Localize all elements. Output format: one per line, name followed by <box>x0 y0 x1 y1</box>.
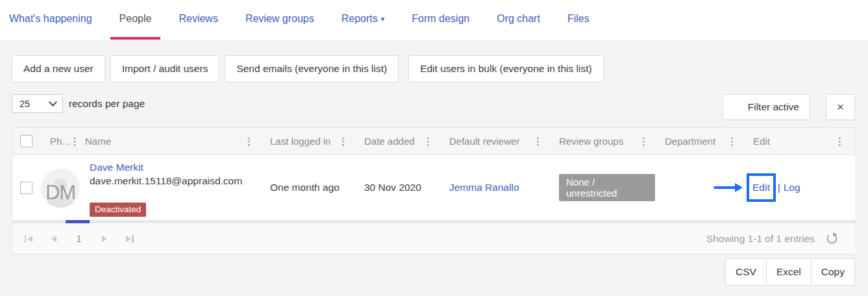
column-menu-icon[interactable]: ⋮ <box>727 136 737 146</box>
user-actions-toolbar: Add a new user Import / audit users Send… <box>12 55 604 82</box>
avatar: DM <box>41 169 80 208</box>
user-email: dave.merkit.15118@appraisd.com <box>90 174 242 188</box>
deactivated-badge: Deactivated <box>90 203 146 217</box>
records-per-page-value: 25 <box>19 99 30 109</box>
column-menu-icon[interactable]: ⋮ <box>639 136 649 146</box>
column-menu-icon[interactable]: ⋮ <box>244 136 254 146</box>
excel-button[interactable]: Excel <box>767 258 812 286</box>
column-header-review-groups: Review groups <box>559 136 623 147</box>
user-name-link[interactable]: Dave Merkit <box>90 160 143 174</box>
first-page-icon <box>27 236 32 242</box>
people-page: What's happening People Reviews Review g… <box>0 0 868 296</box>
annotation-arrow <box>713 183 743 192</box>
page-number-current[interactable]: 1 <box>66 232 92 246</box>
nav-tab-reports[interactable]: Reports▾ <box>341 13 385 26</box>
edit-users-bulk-button[interactable]: Edit users in bulk (everyone in this lis… <box>408 55 603 82</box>
page-number-label: 1 <box>76 233 82 245</box>
records-per-page-label: records per page <box>69 98 145 110</box>
column-header-last-logged-in: Last logged in <box>270 136 330 147</box>
nav-tab-reviews[interactable]: Reviews <box>179 13 217 26</box>
nav-tab-form-design[interactable]: Form design <box>412 13 469 26</box>
first-page-button[interactable] <box>16 232 41 246</box>
date-added-value: 30 Nov 2020 <box>364 182 421 193</box>
copy-button[interactable]: Copy <box>812 258 855 286</box>
showing-entries-text: Showing 1-1 of 1 entries <box>706 233 815 245</box>
column-header-date-added: Date added <box>364 136 415 147</box>
column-header-edit: Edit <box>753 136 770 147</box>
column-header-name: Name <box>85 136 111 147</box>
select-all-checkbox[interactable] <box>20 135 32 147</box>
previous-page-icon <box>51 236 56 242</box>
column-header-department: Department <box>665 136 715 147</box>
send-emails-button[interactable]: Send emails (everyone in this list) <box>225 55 399 82</box>
scrollbar-thumb[interactable] <box>66 220 90 223</box>
add-user-button[interactable]: Add a new user <box>12 55 105 82</box>
caret-down-icon: ▾ <box>381 15 385 23</box>
import-audit-users-button[interactable]: Import / audit users <box>110 55 220 82</box>
close-icon: × <box>837 100 844 114</box>
review-groups-badge: None / unrestricted <box>559 174 655 201</box>
table-row: DM Dave Merkit dave.merkit.15118@apprais… <box>12 155 856 220</box>
users-table: Ph...⋮ Name⋮ Last logged in⋮ Date added⋮… <box>12 127 856 254</box>
last-page-button[interactable] <box>117 232 142 246</box>
nav-tab-files[interactable]: Files <box>567 13 589 26</box>
pagination: 1 <box>16 232 142 246</box>
table-header-row: Ph...⋮ Name⋮ Last logged in⋮ Date added⋮… <box>12 128 856 155</box>
table-footer: 1 Showing 1-1 of 1 entries <box>12 223 856 254</box>
refresh-button[interactable] <box>825 232 839 245</box>
column-menu-icon[interactable]: ⋮ <box>835 136 845 146</box>
table-horizontal-scrollbar[interactable] <box>12 220 856 223</box>
nav-tab-review-groups[interactable]: Review groups <box>245 13 314 26</box>
last-logged-in-value: One month ago <box>270 182 340 193</box>
action-separator: | <box>778 182 780 193</box>
nav-tab-org-chart[interactable]: Org chart <box>497 13 540 26</box>
column-header-photo: Ph... <box>50 136 70 147</box>
filter-active-button[interactable]: Filter active <box>723 94 810 120</box>
next-page-icon <box>102 236 107 242</box>
column-menu-icon[interactable]: ⋮ <box>423 136 433 146</box>
arrow-line <box>713 186 736 190</box>
last-page-icon <box>126 236 131 242</box>
annotation-highlight-box: Edit <box>747 173 776 202</box>
log-link[interactable]: Log <box>784 182 800 193</box>
chevron-down-icon <box>49 98 57 106</box>
nav-tab-people[interactable]: People <box>119 13 152 26</box>
column-menu-icon[interactable]: ⋮ <box>533 136 543 146</box>
default-reviewer-link[interactable]: Jemma Ranallo <box>449 182 519 193</box>
close-filter-button[interactable]: × <box>826 94 855 120</box>
previous-page-button[interactable] <box>41 232 66 246</box>
nav-tab-reports-label: Reports <box>341 13 378 24</box>
export-button-group: CSV Excel Copy <box>725 258 855 286</box>
avatar-initials: DM <box>41 181 80 204</box>
nav-tab-whats-happening[interactable]: What's happening <box>9 13 92 26</box>
column-menu-icon[interactable]: ⋮ <box>338 136 348 146</box>
records-per-page-control: 25 records per page <box>12 94 145 113</box>
refresh-icon <box>825 232 839 245</box>
row-checkbox[interactable] <box>20 182 32 194</box>
records-per-page-select[interactable]: 25 <box>12 94 63 113</box>
top-nav: What's happening People Reviews Review g… <box>0 0 868 40</box>
edit-link[interactable]: Edit <box>752 182 770 193</box>
column-menu-icon[interactable]: ⋮ <box>70 136 80 146</box>
next-page-button[interactable] <box>92 232 117 246</box>
arrow-head-icon <box>735 183 743 192</box>
column-header-default-reviewer: Default reviewer <box>449 136 519 147</box>
csv-button[interactable]: CSV <box>725 258 767 286</box>
